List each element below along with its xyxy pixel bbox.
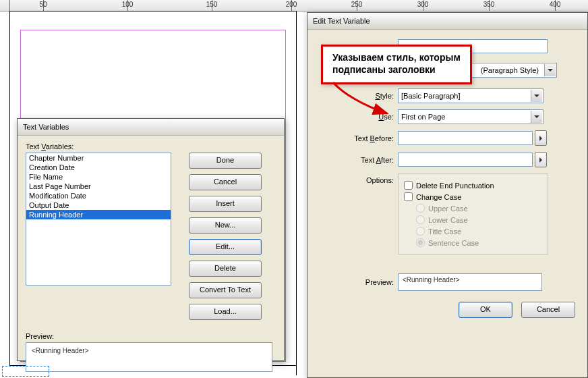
delete-button[interactable]: Delete [189,261,262,277]
app-canvas: { "ruler": { "ticks": [50,100,150,200,25… [0,0,588,378]
text-before-label: Text Before: [320,134,398,142]
selection-marquee [2,366,49,377]
callout-line1: Указываем стиль, которым [332,52,461,64]
new-button[interactable]: New... [189,217,262,234]
style-dropdown-value: [Basic Paragraph] [401,92,460,100]
list-item[interactable]: Running Header [26,210,171,219]
ruler-tick-200: 200 [286,1,297,8]
ruler-tick-250: 250 [351,1,363,8]
lower-case-radio[interactable]: Lower Case [416,215,542,224]
text-variables-dialog: Text Variables Text Variables: Chapter N… [17,118,285,361]
use-dropdown-value: First on Page [401,113,445,121]
list-item[interactable]: File Name [26,172,171,182]
list-item[interactable]: Output Date [26,200,171,210]
text-variables-listbox[interactable]: Chapter Number Creation Date File Name L… [26,153,171,286]
preview-value: <Running Header> [403,276,460,284]
ruler-tick-100: 100 [122,1,134,8]
dialog-button-column: Done Cancel Insert New... Edit... Delete… [189,153,262,325]
preview-value: <Running Header> [32,347,89,354]
text-before-input[interactable] [398,131,533,145]
preview-box: <Running Header> [26,342,272,372]
text-after-menu-button[interactable] [535,152,547,167]
dialog-title: Edit Text Variable [307,13,587,30]
done-button[interactable]: Done [189,153,262,169]
ruler-tick-350: 350 [483,1,495,8]
sentence-case-radio[interactable]: Sentence Case [416,238,542,247]
cancel-button[interactable]: Cancel [521,302,575,318]
delete-end-punctuation-checkbox[interactable]: Delete End Punctuation [404,181,542,190]
spine-divider [296,11,297,375]
annotation-callout: Указываем стиль, которым подписаны загол… [321,45,472,84]
options-panel: Delete End Punctuation Change Case Upper… [398,173,548,254]
text-variables-list-label: Text Variables: [26,142,276,151]
ruler-tick-150: 150 [206,1,218,8]
text-after-input[interactable] [398,153,533,167]
load-button[interactable]: Load... [189,304,262,320]
text-after-label: Text After: [320,156,398,164]
upper-case-radio[interactable]: Upper Case [416,204,542,213]
use-dropdown[interactable]: First on Page [398,109,543,124]
edit-button[interactable]: Edit... [189,239,262,255]
style-label: Style: [320,92,398,100]
options-label: Options: [320,173,398,184]
callout-line2: подписаны заголовки [332,64,461,76]
convert-to-text-button[interactable]: Convert To Text [189,282,262,298]
ruler-tick-400: 400 [550,1,561,8]
text-before-menu-button[interactable] [535,130,547,146]
use-label: Use: [320,113,398,121]
cancel-button[interactable]: Cancel [189,174,262,190]
preview-label: Preview: [26,332,276,340]
list-item[interactable]: Modification Date [26,191,171,200]
type-dropdown-value: (Paragraph Style) [481,63,539,77]
dialog-title: Text Variables [18,119,284,136]
title-case-radio[interactable]: Title Case [416,227,542,236]
ruler-tick-50: 50 [39,1,47,8]
change-case-checkbox[interactable]: Change Case [404,192,542,201]
preview-box: <Running Header> [398,273,542,291]
list-item[interactable]: Chapter Number [26,153,171,163]
ruler-tick-300: 300 [417,1,429,8]
list-item[interactable]: Last Page Number [26,182,171,191]
preview-label: Preview: [320,278,398,286]
list-item[interactable]: Creation Date [26,163,171,172]
style-dropdown[interactable]: [Basic Paragraph] [398,88,543,103]
horizontal-ruler: 50 100 150 200 250 300 350 400 [0,0,588,11]
insert-button[interactable]: Insert [189,196,262,212]
ok-button[interactable]: OK [459,302,512,318]
